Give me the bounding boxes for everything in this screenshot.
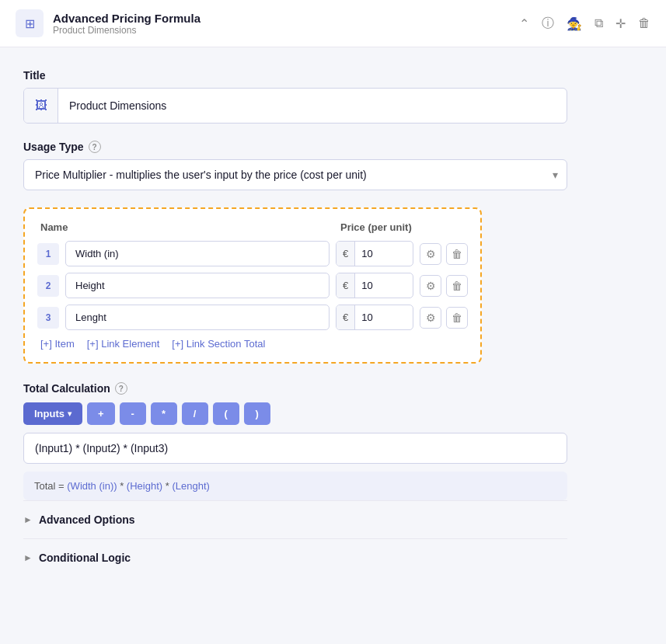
main-content: Title 🖼 Usage Type ? Price Multiplier - … xyxy=(0,47,622,598)
item-settings-button-2[interactable]: ⚙ xyxy=(420,275,441,297)
total-section: Total Calculation ? Inputs ▾ + - * / ( )… xyxy=(23,382,567,500)
currency-symbol-1: € xyxy=(336,242,355,266)
usage-type-select[interactable]: Price Multiplier - multiplies the user's… xyxy=(23,159,567,190)
item-actions-3: ⚙ 🗑 xyxy=(420,307,468,329)
items-section: Name Price (per unit) 1 € ⚙ 🗑 2 € xyxy=(23,207,482,364)
item-price-input-3[interactable] xyxy=(355,305,413,329)
total-calc-help-icon[interactable]: ? xyxy=(115,382,127,395)
help-icon[interactable]: ⓘ xyxy=(542,16,554,32)
conditional-logic-label: Conditional Logic xyxy=(39,552,131,564)
item-name-input-3[interactable] xyxy=(65,305,330,330)
item-name-input-1[interactable] xyxy=(65,241,330,266)
move-icon[interactable]: ✛ xyxy=(615,16,626,31)
close-paren-button[interactable]: ) xyxy=(244,402,270,425)
item-price-wrap-3: € xyxy=(336,305,413,330)
header-left: ⊞ Advanced Pricing Formula Product Dimen… xyxy=(16,9,200,37)
multiply-operator-button[interactable]: * xyxy=(151,402,177,425)
preview-highlight-3: (Lenght) xyxy=(172,480,209,492)
app-subtitle: Product Dimensions xyxy=(53,25,200,36)
app-title: Advanced Pricing Formula xyxy=(53,12,200,25)
conditional-logic-chevron-icon: ► xyxy=(23,552,33,563)
currency-symbol-2: € xyxy=(336,273,355,298)
preview-total-label: Total = xyxy=(34,480,67,492)
usage-type-select-wrap: Price Multiplier - multiplies the user's… xyxy=(23,159,567,190)
preview-op-1: * xyxy=(120,480,127,492)
item-number-3: 3 xyxy=(37,307,59,329)
item-price-wrap-1: € xyxy=(336,241,413,266)
add-links: [+] Item [+] Link Element [+] Link Secti… xyxy=(37,338,468,350)
currency-symbol-3: € xyxy=(336,305,355,329)
app-icon: ⊞ xyxy=(16,9,44,37)
calc-buttons: Inputs ▾ + - * / ( ) xyxy=(23,402,567,425)
title-input[interactable] xyxy=(58,99,567,112)
title-input-wrap: 🖼 xyxy=(23,88,567,124)
item-price-input-2[interactable] xyxy=(355,273,413,298)
add-item-link[interactable]: [+] Item xyxy=(40,338,75,350)
header-titles: Advanced Pricing Formula Product Dimensi… xyxy=(53,12,200,36)
usage-type-field-group: Usage Type ? Price Multiplier - multipli… xyxy=(23,141,598,190)
chevron-up-icon[interactable]: ⌃ xyxy=(519,16,529,31)
add-link-element-link[interactable]: [+] Link Element xyxy=(87,338,160,350)
item-number-2: 2 xyxy=(37,275,59,297)
preview-highlight-2: (Height) xyxy=(127,480,162,492)
delete-icon[interactable]: 🗑 xyxy=(638,16,650,30)
calc-preview: Total = (Width (in)) * (Height) * (Lengh… xyxy=(23,472,567,500)
plus-operator-button[interactable]: + xyxy=(87,402,115,425)
inputs-dropdown-arrow-icon: ▾ xyxy=(68,409,71,418)
item-price-wrap-2: € xyxy=(336,273,413,298)
advanced-options-label: Advanced Options xyxy=(39,513,135,526)
title-field-icon: 🖼 xyxy=(24,89,58,123)
formula-input[interactable] xyxy=(23,433,567,464)
items-header: Name Price (per unit) xyxy=(37,221,468,233)
conditional-logic-section[interactable]: ► Conditional Logic xyxy=(23,538,567,576)
item-settings-button-3[interactable]: ⚙ xyxy=(420,307,441,329)
col-name-header: Name xyxy=(40,221,340,233)
preview-highlight-1: (Width (in)) xyxy=(67,480,117,492)
table-row: 3 € ⚙ 🗑 xyxy=(37,305,468,330)
copy-icon[interactable]: ⧉ xyxy=(595,16,603,30)
item-settings-button-1[interactable]: ⚙ xyxy=(420,243,441,265)
item-actions-1: ⚙ 🗑 xyxy=(420,243,468,265)
minus-operator-button[interactable]: - xyxy=(120,402,146,425)
usage-type-help-icon[interactable]: ? xyxy=(89,141,101,153)
item-delete-button-1[interactable]: 🗑 xyxy=(446,243,468,265)
add-link-section-link[interactable]: [+] Link Section Total xyxy=(172,338,265,350)
inputs-dropdown-button[interactable]: Inputs ▾ xyxy=(23,402,82,425)
title-label: Title xyxy=(23,69,598,82)
hat-icon[interactable]: 🧙 xyxy=(567,16,582,31)
item-price-input-1[interactable] xyxy=(355,242,413,266)
item-actions-2: ⚙ 🗑 xyxy=(420,275,468,297)
title-field-group: Title 🖼 xyxy=(23,69,598,124)
total-calc-label: Total Calculation ? xyxy=(23,382,567,395)
app-header: ⊞ Advanced Pricing Formula Product Dimen… xyxy=(0,0,666,47)
item-name-input-2[interactable] xyxy=(65,273,330,298)
table-row: 2 € ⚙ 🗑 xyxy=(37,273,468,298)
usage-type-label: Usage Type ? xyxy=(23,141,598,153)
table-row: 1 € ⚙ 🗑 xyxy=(37,241,468,266)
header-actions: ⌃ ⓘ 🧙 ⧉ ✛ 🗑 xyxy=(519,16,650,32)
advanced-options-chevron-icon: ► xyxy=(23,514,33,525)
item-delete-button-3[interactable]: 🗑 xyxy=(446,307,468,329)
divide-operator-button[interactable]: / xyxy=(182,402,208,425)
item-delete-button-2[interactable]: 🗑 xyxy=(446,275,468,297)
item-number-1: 1 xyxy=(37,243,59,265)
col-price-header: Price (per unit) xyxy=(340,221,465,233)
open-paren-button[interactable]: ( xyxy=(213,402,239,425)
advanced-options-section[interactable]: ► Advanced Options xyxy=(23,500,567,538)
